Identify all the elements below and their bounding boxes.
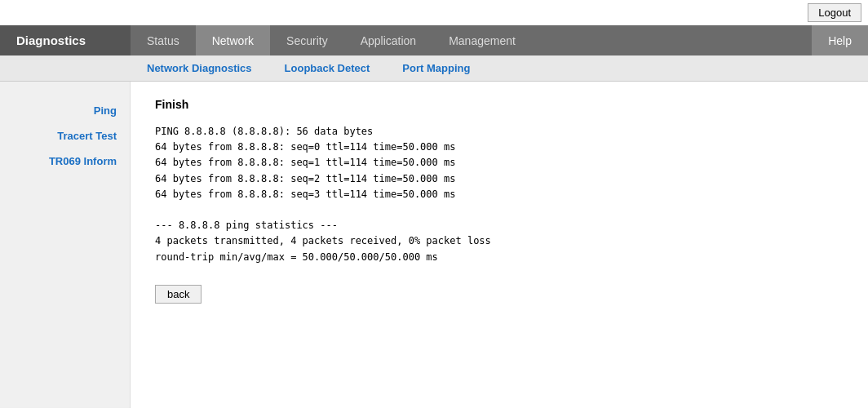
subnav-port-mapping[interactable]: Port Mapping: [386, 59, 486, 78]
sub-nav: Network Diagnostics Loopback Detect Port…: [0, 55, 868, 82]
nav-item-management[interactable]: Management: [432, 25, 532, 55]
sidebar-item-tr069[interactable]: TR069 Inform: [0, 149, 130, 174]
top-bar: Logout: [0, 0, 868, 25]
sidebar: Ping Tracert Test TR069 Inform: [0, 82, 131, 408]
nav-items: Status Network Security Application Mana…: [131, 25, 812, 55]
layout: Ping Tracert Test TR069 Inform Finish PI…: [0, 82, 868, 408]
sidebar-item-ping[interactable]: Ping: [0, 98, 130, 123]
finish-label: Finish: [155, 98, 844, 111]
back-button[interactable]: back: [155, 285, 202, 304]
nav-item-security[interactable]: Security: [270, 25, 344, 55]
main-nav: Diagnostics Status Network Security Appl…: [0, 25, 868, 55]
subnav-loopback-detect[interactable]: Loopback Detect: [268, 59, 387, 78]
brand-label: Diagnostics: [0, 25, 131, 55]
help-button[interactable]: Help: [812, 25, 868, 55]
main-content: Finish PING 8.8.8.8 (8.8.8.8): 56 data b…: [131, 82, 868, 408]
logout-button[interactable]: Logout: [808, 3, 861, 22]
subnav-network-diagnostics[interactable]: Network Diagnostics: [131, 59, 268, 78]
nav-item-application[interactable]: Application: [344, 25, 433, 55]
sidebar-item-tracert[interactable]: Tracert Test: [0, 123, 130, 149]
nav-item-status[interactable]: Status: [131, 25, 196, 55]
nav-item-network[interactable]: Network: [196, 25, 270, 55]
ping-output: PING 8.8.8.8 (8.8.8.8): 56 data bytes 64…: [155, 124, 844, 265]
